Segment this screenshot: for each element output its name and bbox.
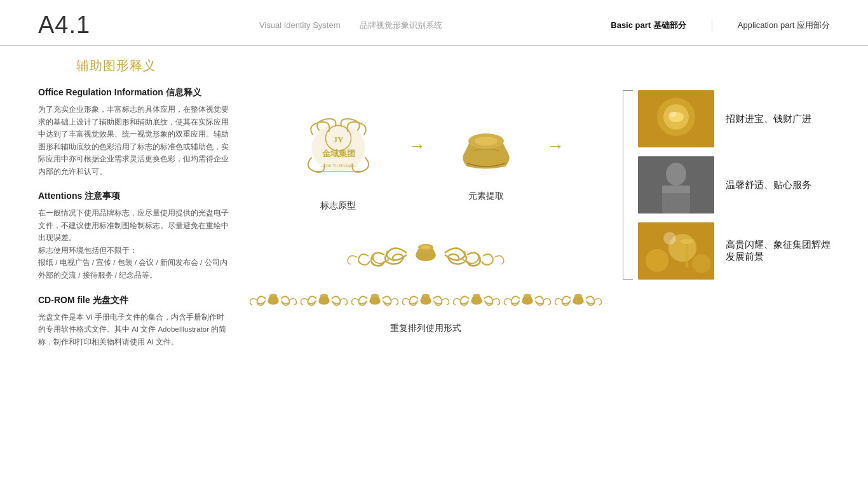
svg-point-27	[681, 239, 693, 244]
deco-pattern-single	[305, 224, 546, 275]
svg-point-7	[475, 137, 498, 146]
nav-application[interactable]: Application part 应用部分	[738, 20, 830, 31]
header-right: Basic part 基础部分 Application part 应用部分	[611, 19, 830, 32]
right-bracket-group: 招财进宝、钱财广进 温馨舒	[623, 90, 839, 280]
header-left: A4.1	[38, 11, 90, 39]
right-text-1: 招财进宝、钱财广进	[726, 113, 811, 125]
right-item-2: 温馨舒适、贴心服务	[638, 156, 839, 214]
right-item-1: 招财进宝、钱财广进	[638, 90, 839, 147]
right-text-2: 温馨舒适、贴心服务	[726, 179, 811, 191]
section-cdrom-heading: CD-ROM file 光盘文件	[38, 295, 229, 306]
section-attention-heading: Attentions 注意事项	[38, 191, 229, 202]
section-cdrom: CD-ROM file 光盘文件 光盘文件是本 VI 手册电子文件的集合，内含手…	[38, 295, 229, 349]
element-label: 元素提取	[468, 191, 504, 202]
section-info: Office Regulation Information 信息释义 为了充实企…	[38, 87, 229, 178]
section-info-text: 为了充实企业形象，丰富标志的具体应用，在整体视觉要求的基础上设计了辅助图形和辅助…	[38, 104, 229, 178]
right-img-3	[638, 222, 714, 280]
svg-point-25	[663, 232, 676, 245]
page-number: A4.1	[38, 11, 90, 39]
svg-text:金域集团: 金域集团	[321, 148, 355, 158]
right-img-1	[638, 90, 714, 147]
arrow-right-2: →	[546, 136, 564, 156]
nav-basic[interactable]: Basic part 基础部分	[611, 20, 686, 31]
bracket-line	[623, 90, 633, 280]
svg-rect-11	[248, 277, 604, 318]
center-column: JY 金域集团 — Jin Yu Group — 标志原型	[248, 87, 604, 361]
logo-area: JY 金域集团 — Jin Yu Group — 标志原型	[287, 93, 564, 212]
header-separator	[712, 19, 712, 32]
svg-rect-26	[686, 241, 688, 270]
section-info-heading: Office Regulation Information 信息释义	[38, 87, 229, 98]
right-item-3: 高贵闪耀、象征集团辉煌发展前景	[638, 222, 839, 280]
header-center: Visual Identity System 品牌视觉形象识别系统	[259, 20, 442, 31]
ingot-element	[445, 103, 527, 186]
right-column: 招财进宝、钱财广进 温馨舒	[623, 87, 839, 361]
section-attention: Attentions 注意事项 在一般情况下使用品牌标志，应尽量使用提供的光盘电…	[38, 191, 229, 281]
svg-rect-20	[662, 186, 690, 193]
svg-point-22	[646, 249, 668, 272]
svg-point-28	[678, 268, 696, 273]
svg-point-9	[421, 245, 430, 249]
cn-label: 品牌视觉形象识别系统	[360, 20, 442, 31]
page-subtitle-container: 辅助图形释义	[0, 46, 868, 74]
decoration-area: 重复排列使用形式	[248, 224, 604, 334]
right-text-3: 高贵闪耀、象征集团辉煌发展前景	[726, 239, 839, 263]
left-column: Office Regulation Information 信息释义 为了充实企…	[38, 87, 229, 361]
right-items-stack: 招财进宝、钱财广进 温馨舒	[638, 90, 839, 280]
header: A4.1 Visual Identity System 品牌视觉形象识别系统 B…	[0, 0, 868, 46]
element-box: 元素提取	[445, 103, 527, 202]
logo-label: 标志原型	[320, 200, 356, 212]
deco-pattern-wide	[248, 275, 604, 320]
svg-text:JY: JY	[333, 134, 344, 144]
arrow-right-1: →	[408, 136, 426, 156]
section-attention-text: 在一般情况下使用品牌标志，应尽量使用提供的光盘电子文件，不建议使用标准制图绘制标…	[38, 207, 229, 281]
svg-point-18	[666, 163, 686, 186]
repeat-label: 重复排列使用形式	[390, 323, 461, 334]
vis-label: Visual Identity System	[259, 20, 341, 30]
svg-point-16	[669, 112, 677, 117]
svg-text:— Jin Yu Group —: — Jin Yu Group —	[320, 163, 356, 168]
main-content: Office Regulation Information 信息释义 为了充实企…	[0, 74, 868, 367]
section-cdrom-text: 光盘文件是本 VI 手册电子文件的集合，内含手册制作时的专用软件格式文件。其中 …	[38, 311, 229, 349]
page-subtitle: 辅助图形释义	[38, 41, 194, 72]
jinyu-logo: JY 金域集团 — Jin Yu Group —	[287, 93, 389, 195]
logo-box: JY 金域集团 — Jin Yu Group — 标志原型	[287, 93, 389, 212]
right-img-2	[638, 156, 714, 214]
